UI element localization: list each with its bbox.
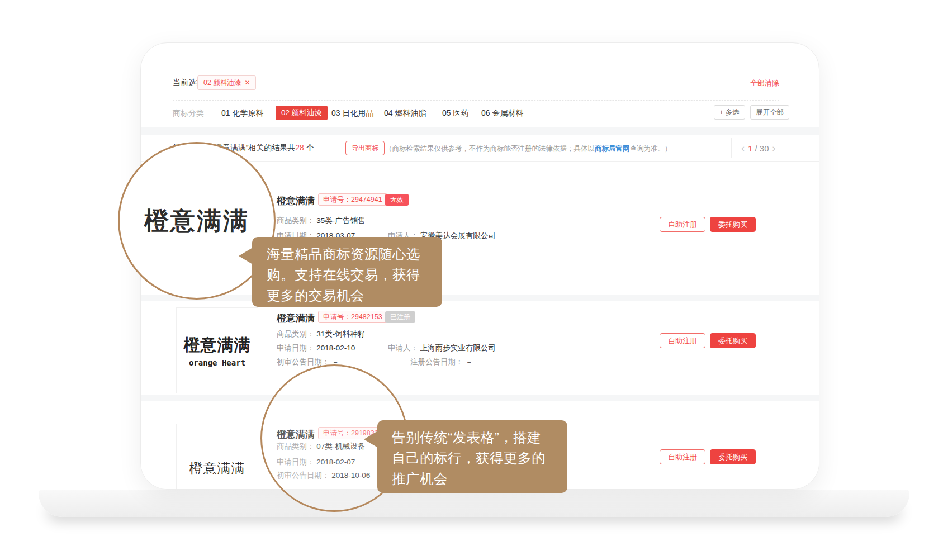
entrust-buy-button-1[interactable]: 委托购买	[710, 217, 756, 232]
category-tab-05[interactable]: 05 医药	[442, 108, 468, 118]
category-value: 35类-广告销售	[316, 216, 365, 225]
tooltip-promotion-text: 告别传统“发表格”，搭建 自己的标行，获得更多的 推广机会	[392, 430, 546, 486]
status-badge-registered: 已注册	[385, 311, 415, 323]
trademark-image-2[interactable]: 橙意满满 orange Heart	[176, 307, 258, 393]
tooltip-promotion: 告别传统“发表格”，搭建 自己的标行，获得更多的 推广机会	[377, 420, 567, 493]
status-badge-invalid: 无效	[385, 194, 409, 206]
result-row-2: 橙意满满 orange Heart 橙意满满 申请号：29482153 已注册 …	[141, 301, 819, 395]
row-gap	[141, 395, 819, 401]
page-separator: /	[752, 144, 760, 153]
prev-page-icon[interactable]: ‹	[738, 143, 748, 154]
appno-value: 29482153	[351, 313, 382, 321]
reg-pub-2: 注册公告日期： －	[410, 357, 473, 367]
application-number-tag-2: 申请号：29482153	[318, 311, 387, 323]
apply-date-value: 2018-02-10	[316, 344, 355, 352]
tooltip-marketplace: 海量精品商标资源随心选 购。支持在线交易，获得 更多的交易机会	[252, 237, 442, 307]
applicant-label: 申请人：	[388, 344, 418, 352]
reg-pub-label: 注册公告日期：	[410, 358, 463, 366]
entrust-buy-button-3[interactable]: 委托购买	[710, 449, 756, 464]
trademark-image-3[interactable]: 橙意满满	[176, 424, 258, 490]
laptop-base	[39, 490, 909, 517]
row-gap	[141, 295, 819, 301]
entrust-buy-button-2[interactable]: 委托购买	[710, 333, 756, 348]
reg-pub-value: －	[465, 358, 473, 366]
category-tab-06[interactable]: 06 金属材料	[481, 108, 523, 118]
header-divider	[731, 138, 732, 158]
next-page-icon[interactable]: ›	[769, 143, 779, 154]
multi-select-button[interactable]: + 多选	[714, 105, 745, 120]
total-pages: 30	[760, 144, 769, 153]
results-summary-suffix: 个	[304, 143, 314, 152]
trademark-name-1[interactable]: 橙意满满	[277, 194, 315, 207]
row-actions-3: 自助注册 委托购买	[660, 449, 756, 464]
self-register-button-1[interactable]: 自助注册	[660, 217, 705, 232]
category-tab-03[interactable]: 03 日化用品	[331, 108, 373, 118]
row-actions-1: 自助注册 委托购买	[660, 217, 756, 232]
appno-label: 申请号：	[323, 196, 351, 203]
applicant-value: 上海雨步实业有限公司	[420, 344, 496, 352]
export-trademark-button[interactable]: 导出商标	[345, 141, 385, 155]
dashed-divider	[173, 100, 779, 101]
clear-all-link[interactable]: 全部清除	[750, 78, 779, 88]
trademark-image-text-2: 橙意满满	[184, 334, 251, 357]
selected-filter-chip-text: 02 颜料油漆	[203, 79, 241, 87]
selected-filter-chip[interactable]: 02 颜料油漆✕	[197, 75, 256, 90]
trademark-name-2[interactable]: 橙意满满	[277, 312, 315, 325]
application-number-tag-1: 申请号：29474941	[318, 193, 387, 206]
trademark-image-text-3: 橙意满满	[189, 459, 245, 477]
category-bar-label: 商标分类	[173, 108, 204, 118]
category-tab-01[interactable]: 01 化学原料	[221, 108, 263, 118]
category-label: 商品类别：	[277, 216, 315, 225]
category-label: 商品类别：	[277, 330, 315, 338]
expand-all-button[interactable]: 展开全部	[750, 105, 789, 120]
disclaimer-after: 查询为准。）	[630, 145, 672, 153]
apply-date-label: 申请日期：	[277, 344, 315, 352]
appno-label: 申请号：	[323, 313, 351, 321]
category-tab-02-selected[interactable]: 02 颜料油漆	[276, 106, 328, 120]
applicant-2: 申请人： 上海雨步实业有限公司	[388, 343, 496, 353]
pagination: ‹1 / 30›	[738, 143, 779, 154]
results-count: 28	[295, 143, 304, 152]
row-actions-2: 自助注册 委托购买	[660, 333, 756, 348]
trademark-image-subtext-2: orange Heart	[189, 358, 245, 367]
category-tab-04[interactable]: 04 燃料油脂	[384, 108, 426, 118]
appno-value: 29474941	[351, 196, 382, 203]
disclaimer-before: （商标检索结果仅供参考，不作为商标能否注册的法律依据；具体以	[385, 145, 595, 153]
category-value: 31类-饲料种籽	[316, 330, 365, 338]
self-register-button-3[interactable]: 自助注册	[660, 449, 705, 464]
first-pub-label: 初审公告日期：	[277, 358, 330, 366]
tooltip-arrow-icon	[239, 248, 253, 264]
disclaimer-text: （商标检索结果仅供参考，不作为商标能否注册的法律依据；具体以商标局官网查询为准。…	[385, 144, 672, 154]
trademark-office-link[interactable]: 商标局官网	[595, 145, 630, 153]
chip-close-icon[interactable]: ✕	[244, 79, 250, 87]
self-register-button-2[interactable]: 自助注册	[660, 333, 705, 348]
tooltip-marketplace-text: 海量精品商标资源随心选 购。支持在线交易，获得 更多的交易机会	[267, 246, 420, 303]
laptop-mockup: 当前选择 02 颜料油漆✕ 全部清除 商标分类 01 化学原料 02 颜料油漆 …	[0, 0, 948, 560]
section-gap	[141, 127, 819, 135]
magnified-trademark-text: 橙意满满	[144, 205, 249, 238]
tooltip-arrow-icon	[364, 431, 378, 448]
